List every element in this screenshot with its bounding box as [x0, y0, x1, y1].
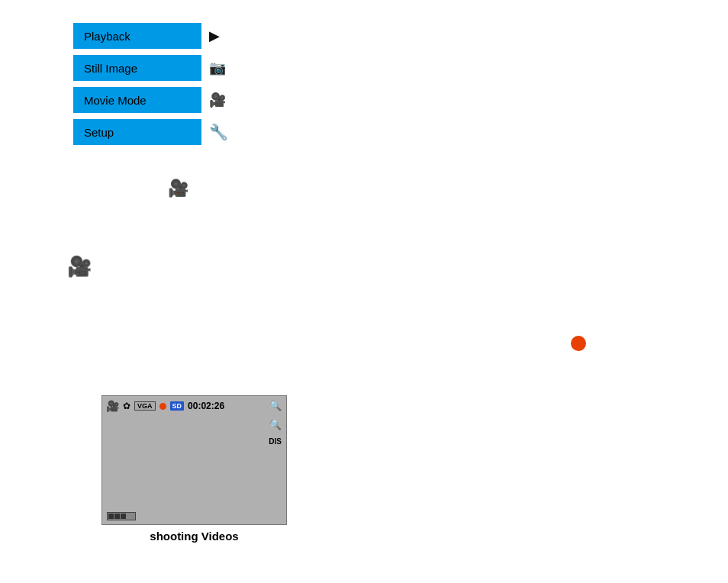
zoom-in-icon: 🔍 [269, 400, 282, 411]
main-menu: Playback ▶ Still Image 📷 Movie Mode 🎥 Se… [73, 23, 228, 145]
preview-time: 00:02:26 [188, 401, 224, 411]
battery-seg-3 [121, 514, 126, 519]
battery-indicator [107, 512, 136, 520]
movie-icon-menu: 🎥 [209, 92, 226, 108]
movie-icon-mid: 🎥 [168, 179, 188, 198]
camera-preview-wrapper: 🎥 ✿ VGA SD 00:02:26 🔍 🔎 DIS shooting Vid… [101, 395, 287, 543]
movie-icon-large: 🎥 [67, 255, 92, 279]
still-image-button[interactable]: Still Image [73, 55, 201, 81]
play-icon: ▶ [209, 27, 220, 44]
playback-label: Playback [84, 30, 130, 43]
setup-label: Setup [84, 126, 114, 139]
still-image-label: Still Image [84, 62, 137, 75]
preview-cam-icon: 🎥 [106, 400, 119, 412]
camera-preview: 🎥 ✿ VGA SD 00:02:26 🔍 🔎 DIS [101, 395, 287, 525]
menu-row-movie-mode: Movie Mode 🎥 [73, 87, 228, 113]
movie-mode-button[interactable]: Movie Mode [73, 87, 201, 113]
zoom-out-icon: 🔎 [269, 419, 282, 430]
menu-row-setup: Setup 🔧 [73, 119, 228, 145]
dis-label: DIS [269, 437, 282, 446]
setup-icon: 🔧 [209, 123, 228, 141]
preview-caption: shooting Videos [101, 530, 287, 543]
playback-button[interactable]: Playback [73, 23, 201, 49]
preview-sd-icon: SD [170, 401, 185, 411]
battery-seg-2 [114, 514, 120, 519]
preview-flower-icon: ✿ [123, 401, 130, 411]
preview-topbar: 🎥 ✿ VGA SD 00:02:26 [106, 400, 282, 412]
red-indicator-dot [571, 336, 586, 351]
movie-mode-label: Movie Mode [84, 94, 147, 107]
setup-button[interactable]: Setup [73, 119, 201, 145]
preview-vga-badge: VGA [134, 401, 156, 411]
menu-row-still-image: Still Image 📷 [73, 55, 228, 81]
camera-icon: 📷 [209, 60, 226, 76]
preview-rec-dot [159, 403, 166, 410]
menu-row-playback: Playback ▶ [73, 23, 228, 49]
battery-seg-1 [108, 514, 114, 519]
preview-zoom-controls: 🔍 🔎 [269, 400, 282, 430]
